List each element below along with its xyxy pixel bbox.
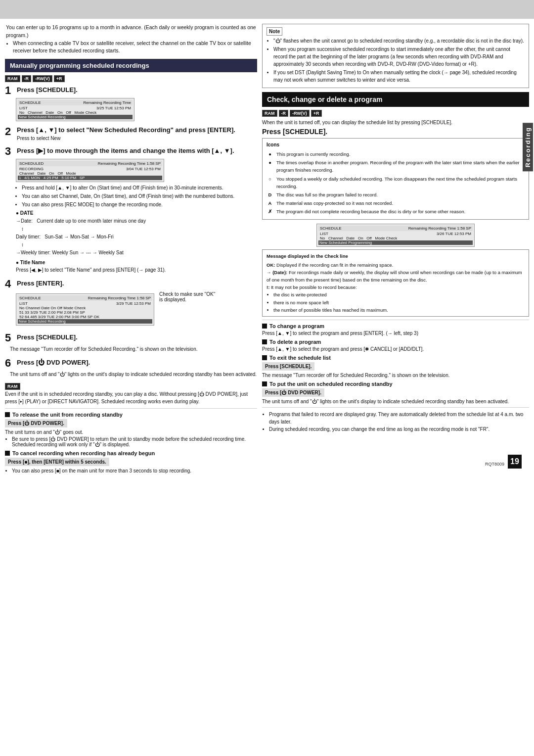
step-4-screen-row1: 51 33 3/29 TUE 2:00 PM 2:08 PM SP — [18, 310, 152, 315]
page-number: 19 — [508, 455, 522, 469]
vertical-recording-label: Recording — [523, 123, 533, 171]
release-desc1: The unit turns on and "⏻" goes out. — [5, 429, 257, 435]
footer-bullet-1: During scheduled recording, you can chan… — [269, 425, 529, 433]
step-2: 2 Press [▲, ▼] to select "New Scheduled … — [5, 126, 257, 141]
rqt-code: RQT8009 — [485, 462, 504, 467]
cancel-title: To cancel recording when recording has a… — [12, 450, 155, 456]
delete-title: To delete a program — [269, 339, 321, 345]
step-3-screen-data: 1 4/1 MON 4:25 PM 5:10 PM SP — [18, 176, 162, 180]
step-2-num: 2 — [5, 126, 14, 137]
msg-excl-sub: the disc is write-protected there is no … — [267, 291, 525, 314]
date-section: ● DATE →Date: Current date up to one mon… — [16, 209, 257, 257]
step-6-num: 6 — [5, 358, 14, 369]
badge-rw: -RW(V) — [33, 75, 52, 82]
exit-press-label: Press [SCHEDULE]. — [262, 362, 314, 371]
ram-badge-note: RAM — [5, 383, 20, 390]
standby-title: To put the unit on scheduled recording s… — [269, 381, 393, 387]
message-ok: OK: Displayed if the recording can fit i… — [267, 261, 525, 269]
icon-item-5: ✗ The program did not complete recording… — [267, 208, 525, 215]
black-square-standby — [262, 381, 267, 386]
divider-right-1 — [262, 320, 529, 320]
cancel-bullets: You can also press [■] on the main unit … — [5, 468, 257, 473]
step-1-screen-cols: No Channel Date On Off Mode Check — [18, 110, 133, 115]
step-3-title: Press [▶] to move through the items and … — [17, 146, 234, 155]
icon-item-2: ○ You stopped a weekly or daily schedule… — [267, 175, 525, 190]
msg-excl-key: !: — [267, 284, 269, 290]
footer-bullets: Programs that failed to record are displ… — [262, 411, 529, 433]
step-3-screen: SCHEDULED Remaining Recording Time 1:58 … — [16, 159, 164, 182]
change-header: To change a program — [262, 323, 529, 329]
divider-right-2 — [262, 407, 529, 408]
message-label: Message displayed in the Check line — [267, 252, 525, 260]
intro-text: You can enter up to 16 programs up to a … — [5, 24, 257, 55]
step-1-new-scheduled: New Scheduled Recording — [18, 115, 133, 119]
black-square-change — [262, 324, 267, 329]
step-5-num: 5 — [5, 332, 14, 343]
section-header-manual: Manually programming scheduled recording… — [5, 59, 257, 72]
release-bullets: Be sure to press [⏻ DVD POWER] to return… — [5, 436, 257, 447]
exit-desc: The message "Turn recorder off for Sched… — [262, 373, 529, 378]
change-desc: Press [▲, ▼] to select the program and p… — [262, 331, 529, 336]
step-6-header: 6 Press [⏻ DVD POWER]. — [5, 358, 257, 369]
note-box: Note "⏻" flashes when the unit cannot go… — [262, 24, 529, 88]
page-container: You can enter up to 16 programs up to a … — [0, 0, 534, 756]
right-column: Recording Note "⏻" flashes when the unit… — [262, 24, 529, 473]
delete-header: To delete a program — [262, 339, 529, 345]
step-3-screen-cols: Channel Date On Off Mode — [18, 171, 162, 176]
check-screen-subrow: LIST 3/26 TUE 12:53 PM — [318, 232, 473, 236]
icon-text-0: This program is currently recording. — [276, 150, 350, 158]
step-1: 1 Press [SCHEDULE]. SCHEDULE Remaining R… — [5, 85, 257, 121]
step-3-screen-header: SCHEDULED Remaining Recording Time 1:58 … — [18, 161, 162, 166]
content-area: You can enter up to 16 programs up to a … — [0, 19, 534, 478]
icon-bullet-5: ✗ — [267, 208, 273, 215]
step-4-note: Check to make sure "OK" is displayed. — [159, 291, 219, 302]
step-4-num: 4 — [5, 279, 14, 289]
step-1-screen-subrow: LIST 3/25 TUE 12:53 PM — [18, 106, 133, 110]
standby-header: To put the unit on scheduled recording s… — [262, 381, 529, 387]
icon-bullet-1: ● — [267, 159, 273, 166]
step-2-title-block: Press [▲, ▼] to select "New Scheduled Re… — [17, 126, 235, 141]
standby-desc: The unit turns off and "⏻" lights on the… — [262, 399, 529, 404]
date-arrows1: ↕ — [16, 225, 257, 233]
step-4-content: SCHEDULE Remaining Recording Time 1:58 S… — [16, 291, 257, 328]
msg-excl-sub-0: the disc is write-protected — [273, 291, 525, 298]
note-bullet-2: If you set DST (Daylight Saving Time) to… — [273, 69, 525, 84]
step-5-header: 5 Press [SCHEDULE]. — [5, 332, 257, 343]
footer-bullet-0: Programs that failed to record are displ… — [269, 411, 529, 425]
release-press-label: Press [⏻ DVD POWER]. — [5, 419, 67, 427]
ram-note-text: Even if the unit is in scheduled recordi… — [5, 390, 257, 405]
divider-1 — [5, 408, 257, 409]
badge-r: -R — [22, 75, 32, 82]
black-square-release — [5, 412, 10, 417]
icon-bullet-0: ● — [267, 150, 273, 158]
icon-bullet-2: ○ — [267, 175, 273, 183]
title-name-label: ● Title Name — [16, 259, 257, 266]
msg-excl-text: It may not be possible to record because… — [271, 284, 357, 290]
icon-text-3: The disc was full so the program failed … — [276, 191, 378, 198]
step-3-screen-row1: RECORDING 3/04 TUE 12:53 PM — [18, 167, 162, 171]
step-1-screen: SCHEDULE Remaining Recording Time LIST 3… — [16, 98, 134, 121]
step-1-num: 1 — [5, 85, 14, 96]
check-header: Check, change or delete a program — [262, 92, 529, 107]
step-6-desc: The unit turns off and "⏻" lights on the… — [10, 371, 257, 378]
date-arrow-row: →Date: Current date up to one month late… — [16, 217, 257, 225]
step-3-bullet-0: Press and hold [▲, ▼] to alter On (Start… — [22, 184, 257, 191]
badge-plus: +R — [54, 75, 65, 82]
step-4: 4 Press [ENTER]. SCHEDULE Remaining Reco… — [5, 279, 257, 328]
top-bar — [0, 0, 534, 19]
step-6: 6 Press [⏻ DVD POWER]. The unit turns of… — [5, 358, 257, 378]
msg-date-text: For recordings made daily or weekly, the… — [267, 270, 522, 283]
standby-press-label: Press [⏻ DVD POWER]. — [262, 388, 324, 397]
icon-text-5: The program did not complete recording b… — [276, 208, 465, 215]
icon-item-3: D The disc was full so the program faile… — [267, 191, 525, 198]
step-1-title: Press [SCHEDULE]. — [17, 85, 78, 94]
message-date: → (Date): For recordings made daily or w… — [267, 269, 525, 284]
icon-item-4: A The material was copy-protected so it … — [267, 199, 525, 207]
badge-rw-right: -RW(V) — [290, 110, 310, 117]
title-name-desc: Press [◀, ▶] to select "Title Name" and … — [16, 266, 257, 274]
icon-text-1: The times overlap those in another progr… — [276, 159, 525, 174]
delete-desc: Press [▲, ▼] to select the program and p… — [262, 346, 529, 352]
check-screen: SCHEDULE Remaining Recording Time 1:58 S… — [316, 224, 475, 247]
step-3: 3 Press [▶] to move through the items an… — [5, 146, 257, 274]
msg-excl-sub-2: the number of possible titles has reache… — [273, 306, 525, 314]
